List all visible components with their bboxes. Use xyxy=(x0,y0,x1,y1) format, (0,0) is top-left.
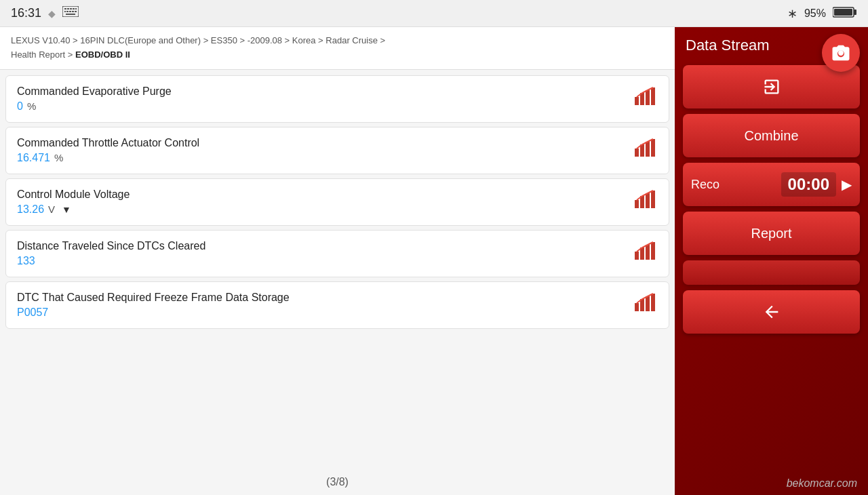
svg-rect-27 xyxy=(635,252,639,260)
page-indicator-text: (3/8) xyxy=(326,476,349,488)
svg-rect-9 xyxy=(72,11,74,12)
item-label: Commanded Throttle Actuator Control xyxy=(17,137,633,149)
svg-rect-17 xyxy=(646,90,650,105)
svg-rect-23 xyxy=(635,200,639,208)
svg-rect-15 xyxy=(635,97,639,105)
list-item: Distance Traveled Since DTCs Cleared 133 xyxy=(5,230,669,277)
record-timer: 00:00 ▶ xyxy=(781,172,852,197)
battery-icon xyxy=(833,6,857,21)
combine-label: Combine xyxy=(744,128,798,144)
breadcrumb-health-report: Health Report xyxy=(11,50,65,60)
value-unit: V xyxy=(48,203,55,215)
combine-button[interactable]: Combine xyxy=(683,114,860,157)
export-button[interactable] xyxy=(683,65,860,108)
value-unit: % xyxy=(54,152,63,163)
svg-rect-13 xyxy=(854,9,856,15)
report-button[interactable]: Report xyxy=(683,212,860,255)
svg-rect-19 xyxy=(635,148,639,157)
extra-button[interactable] xyxy=(683,260,860,285)
record-button[interactable]: Reco 00:00 ▶ xyxy=(683,163,860,206)
svg-rect-3 xyxy=(70,8,72,9)
bluetooth-icon: ∗ xyxy=(787,6,797,21)
svg-rect-31 xyxy=(635,303,639,311)
value-number: 16.471 xyxy=(17,152,50,164)
footer-brand: bekomcar.com xyxy=(787,477,857,490)
camera-button[interactable] xyxy=(822,34,860,72)
list-item: Commanded Evaporative Purge 0 % xyxy=(5,75,669,123)
svg-rect-4 xyxy=(73,8,75,9)
value-number: 0 xyxy=(17,100,23,113)
svg-rect-26 xyxy=(651,191,655,208)
value-number: P0057 xyxy=(17,306,48,319)
svg-rect-11 xyxy=(66,14,75,15)
dropdown-arrow-icon[interactable]: ▼ xyxy=(62,204,71,215)
chart-icon[interactable] xyxy=(633,86,658,111)
svg-rect-18 xyxy=(651,87,655,105)
item-value: 13.26 V ▼ xyxy=(17,203,633,216)
item-label: DTC That Caused Required Freeze Frame Da… xyxy=(17,292,633,304)
breadcrumb-path: LEXUS V10.40 > 16PIN DLC(Europe and Othe… xyxy=(11,35,385,45)
value-number: 133 xyxy=(17,255,35,267)
timer-display: 00:00 xyxy=(781,172,836,197)
svg-rect-5 xyxy=(75,8,77,9)
chart-icon[interactable] xyxy=(633,138,658,163)
keyboard-icon xyxy=(62,6,79,20)
svg-rect-1 xyxy=(64,8,66,9)
chart-icon[interactable] xyxy=(633,241,658,266)
list-item: DTC That Caused Required Freeze Frame Da… xyxy=(5,281,669,329)
main-layout: LEXUS V10.40 > 16PIN DLC(Europe and Othe… xyxy=(0,27,868,495)
svg-rect-33 xyxy=(646,296,650,311)
status-bar: 16:31 ◆ ∗ 95% xyxy=(0,0,868,27)
battery-percent: 95% xyxy=(804,7,826,20)
list-item: Commanded Throttle Actuator Control 16.4… xyxy=(5,127,669,174)
signal-icon: ◆ xyxy=(48,8,56,19)
svg-rect-2 xyxy=(67,8,69,9)
list-item: Control Module Voltage 13.26 V ▼ xyxy=(5,178,669,226)
record-label: Reco xyxy=(691,178,719,192)
page-indicator: (3/8) xyxy=(0,469,675,495)
breadcrumb: LEXUS V10.40 > 16PIN DLC(Europe and Othe… xyxy=(0,27,675,70)
item-label: Control Module Voltage xyxy=(17,189,633,201)
back-button[interactable] xyxy=(683,290,860,334)
svg-rect-34 xyxy=(651,294,655,311)
chart-icon[interactable] xyxy=(633,292,658,317)
svg-rect-29 xyxy=(646,245,650,260)
svg-rect-6 xyxy=(64,11,66,12)
breadcrumb-current: EOBD/OBD II xyxy=(75,50,130,60)
svg-rect-10 xyxy=(75,11,77,12)
value-number: 13.26 xyxy=(17,203,44,216)
chart-icon[interactable] xyxy=(633,189,658,214)
svg-rect-25 xyxy=(646,193,650,208)
svg-rect-7 xyxy=(66,11,68,12)
right-panel: Data Stream Combine Reco 00:00 ▶ Report xyxy=(675,27,868,495)
time-display: 16:31 xyxy=(11,6,41,20)
svg-rect-14 xyxy=(834,9,852,16)
item-value: 133 xyxy=(17,255,633,267)
svg-rect-8 xyxy=(69,11,71,12)
item-value: 16.471 % xyxy=(17,152,633,164)
item-value: P0057 xyxy=(17,306,633,319)
left-panel: LEXUS V10.40 > 16PIN DLC(Europe and Othe… xyxy=(0,27,675,495)
data-list: Commanded Evaporative Purge 0 % xyxy=(0,70,675,469)
item-label: Commanded Evaporative Purge xyxy=(17,85,633,98)
value-unit: % xyxy=(27,100,36,112)
svg-rect-22 xyxy=(651,139,655,157)
svg-rect-21 xyxy=(646,142,650,157)
item-label: Distance Traveled Since DTCs Cleared xyxy=(17,240,633,252)
svg-rect-30 xyxy=(651,242,655,260)
report-label: Report xyxy=(751,226,791,241)
item-value: 0 % xyxy=(17,100,633,113)
play-icon[interactable]: ▶ xyxy=(842,176,852,193)
